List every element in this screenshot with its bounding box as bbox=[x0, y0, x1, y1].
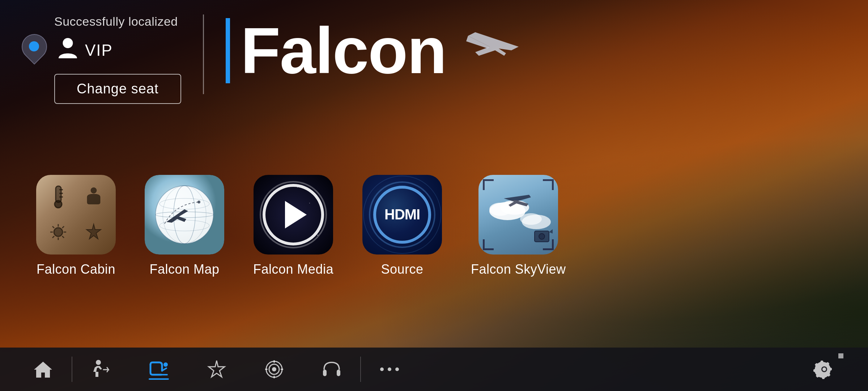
main-content: Successfully localized VIP Chang bbox=[0, 0, 868, 391]
app-label-falcon-map: Falcon Map bbox=[149, 262, 219, 277]
svg-point-6 bbox=[91, 188, 97, 193]
play-circle bbox=[254, 175, 333, 255]
app-label-falcon-cabin: Falcon Cabin bbox=[37, 262, 115, 277]
svg-point-35 bbox=[96, 360, 101, 365]
apps-grid: Falcon Cabin bbox=[0, 104, 868, 348]
svg-point-50 bbox=[395, 367, 399, 371]
svg-point-32 bbox=[539, 234, 545, 239]
svg-point-7 bbox=[54, 228, 63, 236]
app-icon-falcon-skyview bbox=[478, 175, 558, 255]
app-item-falcon-map[interactable]: Falcon Map bbox=[145, 175, 224, 277]
hdmi-display: HDMI bbox=[362, 175, 442, 255]
falcon-brand: Falcon bbox=[226, 11, 847, 83]
play-triangle-icon bbox=[285, 201, 307, 228]
svg-rect-46 bbox=[323, 370, 327, 376]
app-label-source: Source bbox=[381, 262, 424, 277]
svg-line-14 bbox=[62, 226, 64, 228]
user-row: VIP bbox=[22, 34, 113, 67]
localized-status-text: Successfully localized bbox=[54, 14, 178, 29]
svg-line-13 bbox=[62, 236, 64, 238]
svg-point-25 bbox=[197, 201, 200, 203]
svg-point-36 bbox=[163, 362, 168, 367]
bottom-nav-bar bbox=[0, 348, 868, 391]
svg-point-49 bbox=[388, 367, 391, 371]
nav-item-favorites[interactable] bbox=[188, 348, 245, 391]
svg-marker-16 bbox=[86, 224, 101, 239]
nav-item-more[interactable] bbox=[361, 348, 418, 391]
svg-marker-38 bbox=[209, 361, 225, 377]
app-icon-falcon-cabin bbox=[36, 175, 116, 255]
svg-point-0 bbox=[63, 38, 73, 48]
svg-point-52 bbox=[822, 367, 826, 371]
svg-point-2 bbox=[55, 201, 62, 208]
svg-point-41 bbox=[272, 367, 276, 371]
svg-line-15 bbox=[52, 236, 54, 238]
falcon-brand-bar bbox=[226, 18, 230, 83]
airplane-icon bbox=[464, 25, 522, 77]
user-icon bbox=[58, 37, 78, 63]
app-label-falcon-media: Falcon Media bbox=[253, 262, 333, 277]
nav-item-eye[interactable] bbox=[245, 348, 303, 391]
header-area: Successfully localized VIP Chang bbox=[0, 0, 868, 104]
nav-item-settings[interactable] bbox=[795, 348, 854, 391]
play-ring bbox=[263, 184, 324, 245]
hdmi-text: HDMI bbox=[384, 206, 420, 223]
hdmi-ring: HDMI bbox=[373, 186, 431, 244]
svg-point-28 bbox=[489, 203, 511, 216]
app-item-falcon-skyview[interactable]: Falcon SkyView bbox=[471, 175, 566, 277]
nav-item-headphone[interactable] bbox=[303, 348, 360, 391]
app-icon-falcon-media bbox=[254, 175, 333, 255]
svg-point-48 bbox=[380, 367, 384, 371]
app-icon-falcon-map bbox=[145, 175, 224, 255]
nav-item-home[interactable] bbox=[14, 348, 72, 391]
svg-rect-1 bbox=[56, 186, 61, 202]
svg-marker-33 bbox=[549, 229, 553, 234]
svg-point-30 bbox=[520, 213, 542, 225]
app-item-falcon-cabin[interactable]: Falcon Cabin bbox=[36, 175, 116, 277]
svg-marker-34 bbox=[34, 362, 52, 378]
user-type-label: VIP bbox=[85, 41, 113, 59]
header-divider bbox=[203, 14, 204, 94]
settings-badge bbox=[838, 353, 843, 358]
nav-item-cabin[interactable] bbox=[129, 348, 188, 391]
app-item-source[interactable]: HDMI Source bbox=[362, 175, 442, 277]
svg-rect-47 bbox=[337, 370, 340, 376]
nav-item-seat[interactable] bbox=[72, 348, 129, 391]
change-seat-button[interactable]: Change seat bbox=[54, 74, 181, 104]
app-icon-source: HDMI bbox=[362, 175, 442, 255]
app-item-falcon-media[interactable]: Falcon Media bbox=[253, 175, 333, 277]
location-pin-icon bbox=[22, 34, 51, 67]
app-label-falcon-skyview: Falcon SkyView bbox=[471, 262, 566, 277]
svg-line-12 bbox=[52, 226, 54, 228]
localization-panel: Successfully localized VIP Chang bbox=[22, 11, 181, 104]
brand-title: Falcon bbox=[241, 18, 446, 83]
